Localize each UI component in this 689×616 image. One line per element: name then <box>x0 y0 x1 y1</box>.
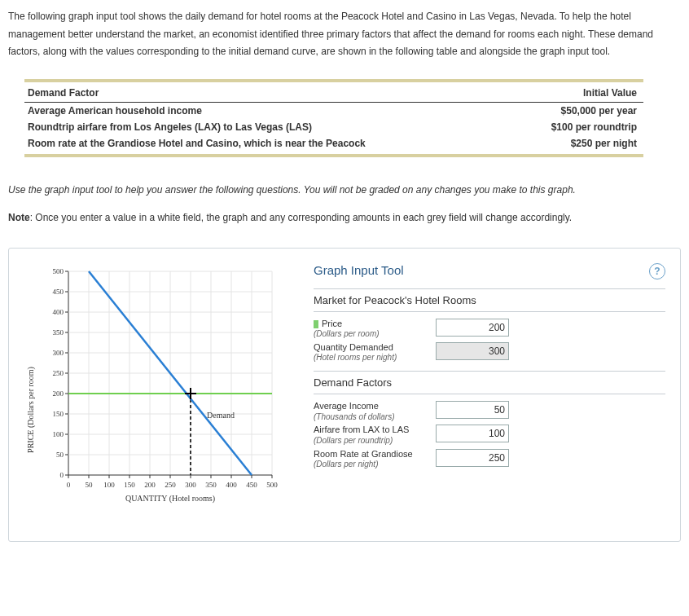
value-cell: $250 per night <box>510 135 643 156</box>
y-ticks: 050100150200250300350400450500 <box>53 267 64 479</box>
qty-sub: (Hotel rooms per night) <box>314 353 397 362</box>
col-factor: Demand Factor <box>24 81 510 103</box>
y-axis-label: PRICE (Dollars per room) <box>26 367 36 453</box>
qty-output: 300 <box>436 342 509 360</box>
svg-text:300: 300 <box>185 481 196 489</box>
price-sub: (Dollars per room) <box>314 329 380 338</box>
svg-text:400: 400 <box>53 308 64 316</box>
rate-sub: (Dollars per night) <box>314 460 378 469</box>
svg-text:300: 300 <box>53 349 64 357</box>
note-text: Note: Once you enter a value in a white … <box>8 209 681 226</box>
rate-label: Room Rate at Grandiose <box>314 449 413 459</box>
factor-cell: Roundtrip airfare from Los Angeles (LAX)… <box>24 119 510 135</box>
x-axis-label: QUANTITY (Hotel rooms) <box>125 494 215 504</box>
intersection-point[interactable] <box>185 388 196 399</box>
col-value: Initial Value <box>510 81 643 103</box>
value-cell: $100 per roundtrip <box>510 119 643 135</box>
svg-text:500: 500 <box>53 267 64 275</box>
help-icon[interactable]: ? <box>649 263 665 279</box>
note-body: : Once you enter a value in a white fiel… <box>30 212 573 223</box>
income-sub: (Thousands of dollars) <box>314 412 395 421</box>
x-ticks: 050100150200250300350400450500 <box>67 481 279 489</box>
svg-text:450: 450 <box>53 288 64 296</box>
value-cell: $50,000 per year <box>510 102 643 119</box>
demand-legend: Demand <box>207 411 235 420</box>
svg-text:200: 200 <box>53 389 64 398</box>
demand-factors-table: Demand Factor Initial Value Average Amer… <box>24 79 643 157</box>
svg-text:0: 0 <box>60 471 64 479</box>
factor-cell: Room rate at the Grandiose Hotel and Cas… <box>24 135 510 156</box>
svg-text:250: 250 <box>53 369 64 377</box>
table-row: Roundtrip airfare from Los Angeles (LAX)… <box>24 119 643 135</box>
intro-text: The following graph input tool shows the… <box>8 8 681 61</box>
svg-text:50: 50 <box>86 481 94 489</box>
income-label: Average Income <box>314 401 379 411</box>
instructions-text: Use the graph input tool to help you ans… <box>8 182 681 198</box>
tool-subtitle: Market for Peacock's Hotel Rooms <box>314 288 665 312</box>
factors-heading: Demand Factors <box>314 371 665 394</box>
svg-text:350: 350 <box>205 481 217 489</box>
svg-text:100: 100 <box>53 430 64 438</box>
svg-text:0: 0 <box>67 481 71 489</box>
svg-text:450: 450 <box>246 481 257 489</box>
chart-svg[interactable]: PRICE (Dollars per room) <box>24 263 292 524</box>
note-label: Note <box>8 212 30 223</box>
svg-text:250: 250 <box>165 481 176 489</box>
table-row: Room rate at the Grandiose Hotel and Cas… <box>24 135 643 156</box>
graph-input-tool: ? Graph Input Tool Market for Peacock's … <box>314 263 665 473</box>
price-marker-icon <box>314 320 318 328</box>
svg-text:150: 150 <box>53 410 64 418</box>
price-input[interactable]: 200 <box>436 319 509 337</box>
tool-title: Graph Input Tool <box>314 263 665 277</box>
svg-text:500: 500 <box>266 481 278 489</box>
factor-cell: Average American household income <box>24 102 510 119</box>
svg-text:200: 200 <box>144 481 156 489</box>
graph-panel: PRICE (Dollars per room) <box>8 248 681 542</box>
qty-label: Quantity Demanded <box>314 342 393 352</box>
svg-text:350: 350 <box>53 328 64 337</box>
table-row: Average American household income $50,00… <box>24 102 643 119</box>
income-input[interactable]: 50 <box>436 401 509 419</box>
airfare-sub: (Dollars per roundtrip) <box>314 436 393 445</box>
svg-text:150: 150 <box>124 481 135 489</box>
airfare-input[interactable]: 100 <box>436 425 509 442</box>
airfare-label: Airfare from LAX to LAS <box>314 425 409 434</box>
demand-chart[interactable]: PRICE (Dollars per room) <box>24 263 292 526</box>
rate-input[interactable]: 250 <box>436 449 509 467</box>
svg-text:100: 100 <box>103 481 115 489</box>
svg-text:400: 400 <box>226 481 237 489</box>
price-label: Price <box>322 319 342 328</box>
svg-text:50: 50 <box>56 451 64 459</box>
